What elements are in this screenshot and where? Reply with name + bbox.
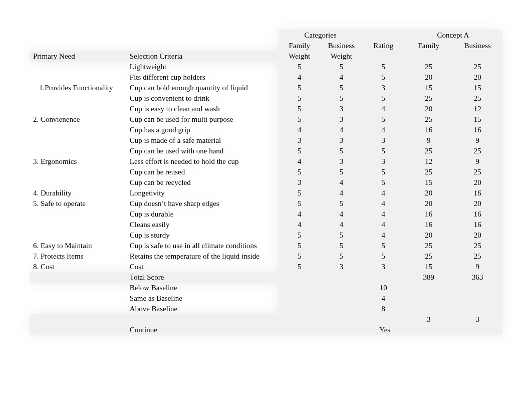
primary-need-cell: 3. Ergonomics — [30, 156, 127, 167]
total-score-label: Total Score — [127, 272, 279, 283]
criteria-cell: Cup can be reused — [127, 167, 279, 177]
concept-a-header: Concept A — [404, 30, 502, 41]
family-score-cell: 25 — [404, 146, 453, 156]
categories-header: Categories — [279, 30, 362, 41]
primary-need-cell — [30, 230, 127, 241]
business-weight-cell: 4 — [321, 209, 363, 220]
primary-need-header: Primary Need — [30, 51, 127, 62]
primary-need-cell — [30, 135, 127, 146]
table-row: Fits different cup holders4452020 — [30, 72, 502, 83]
criteria-cell: Cup can be used for multi purpose — [127, 114, 279, 125]
family-score-cell: 12 — [404, 156, 453, 167]
family-weight-cell: 5 — [279, 167, 321, 177]
rating-cell: 4 — [362, 198, 404, 209]
family-weight-cell: 5 — [279, 251, 321, 262]
family-weight-cell: 4 — [279, 220, 321, 230]
family-weight-cell: 5 — [279, 62, 321, 72]
business-weight-cell: 5 — [321, 198, 363, 209]
rating-cell: 4 — [362, 188, 404, 198]
rank-family: 3 — [404, 314, 453, 325]
family-weight-cell: 4 — [279, 125, 321, 135]
rating-cell: 3 — [362, 83, 404, 93]
business-score-cell: 9 — [453, 262, 502, 272]
rating-cell: 4 — [362, 125, 404, 135]
rating-header: Rating — [362, 41, 404, 51]
business-score-cell: 25 — [453, 93, 502, 104]
business-score-cell: 25 — [453, 251, 502, 262]
table-row: 4. DurabilityLongetivity5442016 — [30, 188, 502, 198]
business-score-cell: 16 — [453, 125, 502, 135]
business-weight-cell: 4 — [321, 188, 363, 198]
criteria-cell: Cup is convenient to drink — [127, 93, 279, 104]
family-weight-header-2: Weight — [279, 51, 321, 62]
family-weight-cell: 5 — [279, 114, 321, 125]
family-score-cell: 20 — [404, 72, 453, 83]
primary-need-cell — [30, 209, 127, 220]
family-weight-cell: 5 — [279, 198, 321, 209]
family-score-cell: 25 — [404, 114, 453, 125]
family-weight-header-1: Family — [279, 41, 321, 51]
table-row: Cup can be recycled3451520 — [30, 177, 502, 188]
criteria-cell: Cup is made of a safe material — [127, 135, 279, 146]
business-score-cell: 15 — [453, 114, 502, 125]
business-weight-header-1: Business — [321, 41, 363, 51]
business-score-cell: 16 — [453, 220, 502, 230]
primary-need-cell: 7. Protects Items — [30, 251, 127, 262]
business-weight-cell: 3 — [321, 114, 363, 125]
selection-criteria-header: Selection Criteria — [127, 51, 279, 62]
table-row: Cup can be used with one hand5552525 — [30, 146, 502, 156]
table-row: 7. Protects ItemsRetains the temperature… — [30, 251, 502, 262]
family-weight-cell: 5 — [279, 146, 321, 156]
table-row: 5. Safe to operateCup doesn’t have sharp… — [30, 198, 502, 209]
criteria-cell: Cup can be recycled — [127, 177, 279, 188]
criteria-cell: Cup is safe to use in all climate condit… — [127, 241, 279, 251]
total-family: 389 — [404, 272, 453, 283]
table-row: 8. CostCost533159 — [30, 262, 502, 272]
business-weight-cell: 5 — [321, 167, 363, 177]
above-baseline-value: 8 — [362, 304, 404, 314]
business-weight-cell: 5 — [321, 146, 363, 156]
table-row: Cup is easy to clean and wash5342012 — [30, 104, 502, 114]
rating-cell: 5 — [362, 62, 404, 72]
family-score-cell: 25 — [404, 62, 453, 72]
business-weight-cell: 5 — [321, 83, 363, 93]
primary-need-cell — [30, 220, 127, 230]
family-score-cell: 20 — [404, 104, 453, 114]
rating-cell: 5 — [362, 241, 404, 251]
primary-need-cell: 6. Easy to Maintain — [30, 241, 127, 251]
primary-need-cell — [30, 93, 127, 104]
business-weight-cell: 5 — [321, 241, 363, 251]
continue-label: Continue — [127, 325, 279, 335]
business-score-cell: 25 — [453, 241, 502, 251]
business-weight-cell: 5 — [321, 62, 363, 72]
business-score-cell: 16 — [453, 188, 502, 198]
business-score-cell: 20 — [453, 230, 502, 241]
business-score-cell: 20 — [453, 177, 502, 188]
business-score-cell: 20 — [453, 72, 502, 83]
family-header: Family — [404, 41, 453, 51]
family-score-cell: 16 — [404, 220, 453, 230]
table-row: Cup is made of a safe material33399 — [30, 135, 502, 146]
table-row: Cup is convenient to drink5552525 — [30, 93, 502, 104]
criteria-cell: Retains the temperature of the liquid in… — [127, 251, 279, 262]
rating-cell: 4 — [362, 230, 404, 241]
business-header: Business — [453, 41, 502, 51]
primary-need-cell — [30, 104, 127, 114]
criteria-cell: Longetivity — [127, 188, 279, 198]
business-weight-header-2: Weight — [321, 51, 363, 62]
family-score-cell: 20 — [404, 198, 453, 209]
family-weight-cell: 5 — [279, 230, 321, 241]
primary-need-cell — [30, 146, 127, 156]
table-row: 1.Provides FunctionalityCup can hold eno… — [30, 83, 502, 93]
family-weight-cell: 3 — [279, 135, 321, 146]
criteria-cell: Less effort is needed to hold the cup — [127, 156, 279, 167]
rating-cell: 5 — [362, 251, 404, 262]
business-weight-cell: 4 — [321, 125, 363, 135]
family-score-cell: 16 — [404, 125, 453, 135]
business-score-cell: 9 — [453, 156, 502, 167]
rating-cell: 4 — [362, 104, 404, 114]
business-weight-cell: 4 — [321, 177, 363, 188]
business-score-cell: 15 — [453, 83, 502, 93]
concept-scoring-table: Categories Concept A Family Business Rat… — [30, 30, 502, 335]
table-row: Lightweight5552525 — [30, 62, 502, 72]
